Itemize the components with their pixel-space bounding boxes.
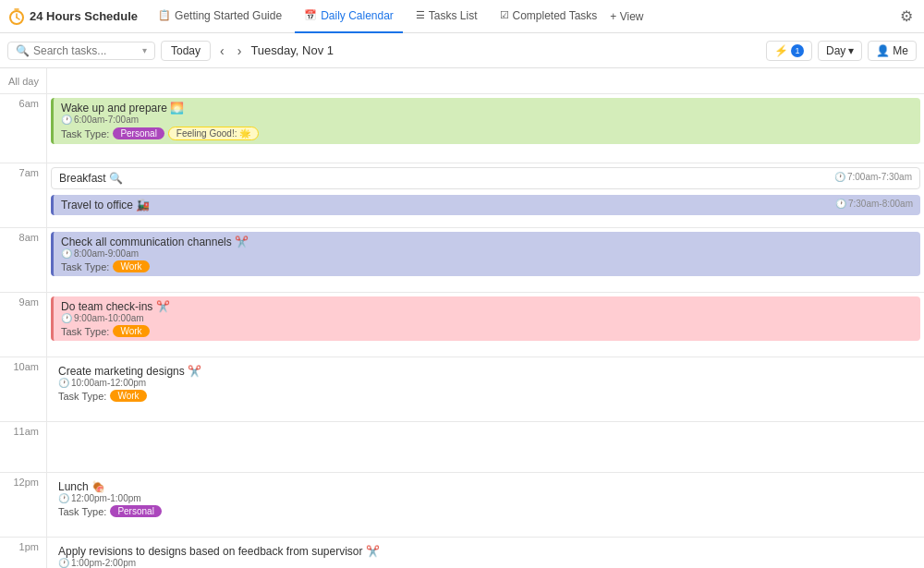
tab-tasks-list[interactable]: ☰ Tasks List xyxy=(407,0,487,33)
filter-badge: 1 xyxy=(791,44,804,57)
event-revisions[interactable]: Apply revisions to designs based on feed… xyxy=(51,541,920,568)
svg-line-2 xyxy=(17,18,19,19)
time-label-6am: 6am xyxy=(0,94,46,163)
event-time: 🕐 10:00am-12:00pm xyxy=(58,378,913,388)
work-tag: Work xyxy=(113,260,149,272)
event-time: 🕐 12:00pm-1:00pm xyxy=(58,493,913,503)
time-row-12pm: 12pm Lunch 🍖 🕐 12:00pm-1:00pm Task Type:… xyxy=(0,473,924,538)
event-title: Travel to office 🚂 xyxy=(61,199,150,211)
event-title: Check all communication channels ✂️ xyxy=(61,236,913,248)
me-button[interactable]: 👤 Me xyxy=(868,41,917,61)
getting-started-icon: 📋 xyxy=(158,9,171,21)
day-dropdown-arrow: ▾ xyxy=(848,44,854,57)
time-label-8am: 8am xyxy=(0,228,46,292)
event-title: Do team check-ins ✂️ xyxy=(61,300,913,313)
time-row-1pm: 1pm Apply revisions to designs based on … xyxy=(0,538,924,568)
time-label-12pm: 12pm xyxy=(0,473,46,537)
completed-tasks-icon: ☑ xyxy=(500,9,509,21)
calendar-container: All day 6am Wake up and prepare 🌅 🕐 6:00… xyxy=(0,68,924,568)
time-content-9am: Do team check-ins ✂️ 🕐 9:00am-10:00am Ta… xyxy=(46,293,924,357)
tab-getting-started[interactable]: 📋 Getting Started Guide xyxy=(149,0,291,33)
search-icon: 🔍 xyxy=(16,44,30,57)
tab-daily-calendar[interactable]: 📅 Daily Calendar xyxy=(295,0,403,33)
event-meta: Task Type: Personal xyxy=(58,505,913,517)
event-title: Lunch 🍖 xyxy=(58,480,913,493)
event-meta: Task Type: Work xyxy=(61,260,913,272)
event-breakfast[interactable]: Breakfast 🔍 🕐 7:00am-7:30am xyxy=(51,167,920,189)
time-content-7am: Breakfast 🔍 🕐 7:00am-7:30am Travel to of… xyxy=(46,163,924,227)
event-title: Wake up and prepare 🌅 xyxy=(61,102,913,115)
app-logo: 24 Hours Schedule xyxy=(7,7,138,26)
event-row: Breakfast 🔍 🕐 7:00am-7:30am xyxy=(59,172,912,185)
time-content-12pm: Lunch 🍖 🕐 12:00pm-1:00pm Task Type: Pers… xyxy=(46,473,924,537)
event-time: 🕐 9:00am-10:00am xyxy=(61,313,913,323)
personal-tag: Personal xyxy=(110,505,161,517)
tasks-list-icon: ☰ xyxy=(416,9,425,21)
time-label-10am: 10am xyxy=(0,357,46,421)
time-row-8am: 8am Check all communication channels ✂️ … xyxy=(0,228,924,293)
calendar-tab-icon: 📅 xyxy=(304,9,317,21)
filter-icon: ⚡ xyxy=(774,44,788,57)
time-label-9am: 9am xyxy=(0,293,46,357)
time-label-11am: 11am xyxy=(0,422,46,472)
work-tag: Work xyxy=(113,325,149,337)
time-content-10am: Create marketing designs ✂️ 🕐 10:00am-12… xyxy=(46,357,924,421)
person-icon: 👤 xyxy=(876,44,890,57)
event-time: 🕐 1:00pm-2:00pm xyxy=(58,558,913,568)
feeling-badge: Feeling Good!: 🌟 xyxy=(168,127,259,140)
all-day-row: All day xyxy=(0,68,924,94)
filter-button[interactable]: ⚡ 1 xyxy=(766,41,812,61)
event-meta: Task Type: Work xyxy=(61,325,913,337)
event-row: Travel to office 🚂 🕐 7:30am-8:00am xyxy=(61,199,913,211)
work-tag: Work xyxy=(110,390,146,402)
event-time: 🕐 8:00am-9:00am xyxy=(61,248,913,259)
time-row-9am: 9am Do team check-ins ✂️ 🕐 9:00am-10:00a… xyxy=(0,293,924,357)
event-team-checkin[interactable]: Do team check-ins ✂️ 🕐 9:00am-10:00am Ta… xyxy=(51,296,920,341)
event-meta: Task Type: Personal Feeling Good!: 🌟 xyxy=(61,127,913,140)
topbar: 24 Hours Schedule 📋 Getting Started Guid… xyxy=(0,0,924,33)
time-row-6am: 6am Wake up and prepare 🌅 🕐 6:00am-7:00a… xyxy=(0,94,924,163)
time-label-7am: 7am xyxy=(0,163,46,227)
time-row-10am: 10am Create marketing designs ✂️ 🕐 10:00… xyxy=(0,357,924,422)
all-day-label: All day xyxy=(0,68,46,93)
event-title: Breakfast 🔍 xyxy=(59,172,123,185)
settings-icon[interactable]: ⚙ xyxy=(896,4,917,29)
today-button[interactable]: Today xyxy=(161,41,211,61)
next-day-button[interactable]: › xyxy=(234,42,246,60)
search-dropdown-arrow[interactable]: ▾ xyxy=(142,45,147,55)
search-input[interactable] xyxy=(33,44,139,57)
event-lunch[interactable]: Lunch 🍖 🕐 12:00pm-1:00pm Task Type: Pers… xyxy=(51,477,920,521)
event-meta: Task Type: Work xyxy=(58,390,913,402)
all-day-content xyxy=(46,68,924,93)
event-title: Apply revisions to designs based on feed… xyxy=(58,545,913,558)
time-content-6am: Wake up and prepare 🌅 🕐 6:00am-7:00am Ta… xyxy=(46,94,924,163)
event-right-time: 🕐 7:00am-7:30am xyxy=(834,172,912,182)
event-travel-to-office[interactable]: Travel to office 🚂 🕐 7:30am-8:00am xyxy=(51,195,920,215)
timer-icon xyxy=(7,7,26,26)
time-row-11am: 11am xyxy=(0,422,924,473)
event-time: 🕐 6:00am-7:00am xyxy=(61,115,913,125)
time-row-7am: 7am Breakfast 🔍 🕐 7:00am-7:30am Travel t… xyxy=(0,163,924,228)
search-box[interactable]: 🔍 ▾ xyxy=(7,42,155,60)
time-label-1pm: 1pm xyxy=(0,538,46,568)
personal-tag: Personal xyxy=(113,127,164,139)
event-title: Create marketing designs ✂️ xyxy=(58,365,913,378)
tab-completed-tasks[interactable]: ☑ Completed Tasks xyxy=(491,0,607,33)
time-content-11am xyxy=(46,422,924,472)
prev-day-button[interactable]: ‹ xyxy=(216,42,228,60)
topbar-right: ⚙ xyxy=(896,4,917,29)
event-wake-up[interactable]: Wake up and prepare 🌅 🕐 6:00am-7:00am Ta… xyxy=(51,98,920,144)
current-date: Tuesday, Nov 1 xyxy=(250,43,334,57)
day-view-button[interactable]: Day ▾ xyxy=(818,41,862,61)
time-content-1pm: Apply revisions to designs based on feed… xyxy=(46,538,924,568)
event-right-time: 🕐 7:30am-8:00am xyxy=(835,199,913,209)
toolbar: 🔍 ▾ Today ‹ › Tuesday, Nov 1 ⚡ 1 Day ▾ 👤… xyxy=(0,33,924,68)
app-title: 24 Hours Schedule xyxy=(30,9,138,23)
toolbar-right: ⚡ 1 Day ▾ 👤 Me xyxy=(766,41,917,61)
add-view-button[interactable]: + View xyxy=(610,10,643,23)
time-content-8am: Check all communication channels ✂️ 🕐 8:… xyxy=(46,228,924,292)
event-communication[interactable]: Check all communication channels ✂️ 🕐 8:… xyxy=(51,232,920,276)
event-marketing-designs[interactable]: Create marketing designs ✂️ 🕐 10:00am-12… xyxy=(51,361,920,405)
